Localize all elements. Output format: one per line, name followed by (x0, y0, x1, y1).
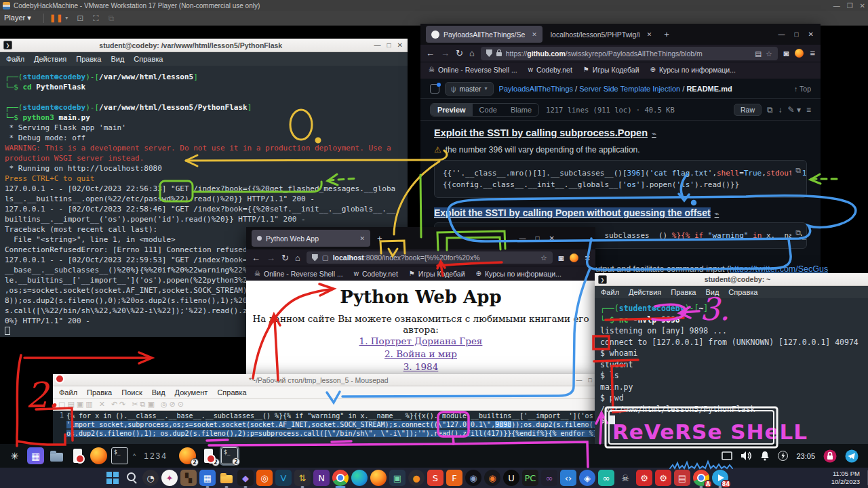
url-bar[interactable]: ▢ localhost:8080/index?book={%%20for%20x… (307, 251, 553, 264)
terminal-icon[interactable] (111, 447, 128, 464)
pocket-icon[interactable]: ◙ (784, 48, 789, 58)
menu-entry-item[interactable]: Справка (134, 55, 163, 63)
minimize-button[interactable]: — (374, 41, 381, 49)
send-keys-icon[interactable]: ⊡ (77, 14, 83, 23)
start-icon[interactable] (104, 470, 121, 486)
minimize-button[interactable]: — (519, 235, 526, 242)
mousepad-icon[interactable] (69, 447, 86, 464)
menu-entry-item[interactable]: Вид (705, 288, 719, 296)
menu-entry-item[interactable]: Действия (34, 55, 66, 63)
maximize-button[interactable]: □ (795, 30, 799, 38)
terminal-nc-output[interactable]: ┌──(student⊛codeby)-[~]└─$ nc -nvlp 9898… (595, 298, 868, 444)
new-tab-button[interactable]: + (373, 233, 387, 243)
tab-code[interactable]: Code (473, 104, 504, 116)
volume-icon[interactable] (741, 451, 752, 461)
edit-pencil-icon[interactable]: ✎ ▾ (788, 105, 801, 115)
toolbar-icons[interactable]: ▢▤▣▥ ✕ ↶↷ ✂⧉▣ ◎⊘⊙ (58, 400, 186, 409)
tab-python-web-app[interactable]: Python Web App ✕ (252, 230, 370, 247)
terminal-nc-titlebar[interactable]: ❯ student@codeby: ~ (595, 273, 868, 286)
vm-clock[interactable]: 23:05 (796, 452, 815, 460)
mousepad-titlebar[interactable]: *~/Рабочий стол/tmp_lesson_5 - Mousepad … (53, 374, 597, 386)
bm-item-item[interactable]: ⊕Курсы по информаци... (650, 66, 736, 74)
code-block-subprocess[interactable]: ⧉ {{''.__class__.mro()[1].__subclasses__… (434, 160, 807, 198)
maximize-button[interactable]: □ (589, 377, 592, 384)
lens-app-icon[interactable]: ◉ (465, 470, 481, 486)
pwa-link-item[interactable]: 1. Портрет Дориана Грея (246, 335, 595, 348)
file-explorer-icon[interactable] (218, 470, 235, 486)
pause-caret-icon[interactable]: ▾ (65, 15, 68, 21)
menu-entry-item[interactable]: Файл (601, 288, 619, 296)
back-icon[interactable]: ← (252, 253, 260, 263)
gauge-app-icon[interactable]: ◔ (142, 470, 159, 486)
edge-icon[interactable] (351, 470, 368, 486)
kali-logo-icon[interactable]: ✳ (6, 447, 23, 464)
file-manager-icon[interactable] (48, 447, 65, 464)
pocket-icon[interactable]: ◙ (559, 253, 564, 263)
firefox-icon[interactable] (90, 447, 107, 464)
calendar-icon[interactable]: ▦ (199, 470, 216, 486)
ssti-subprocess-heading[interactable]: Exploit the SSTI by calling subprocess.P… (434, 127, 807, 138)
toolbox-icon[interactable]: ▤ (674, 470, 690, 486)
anchor-link-icon[interactable]: ⌁ (652, 129, 656, 138)
tab-close-icon[interactable]: ✕ (647, 31, 652, 38)
sublime-icon[interactable]: S (427, 470, 443, 486)
hamburger-menu-icon[interactable]: ≡ (810, 48, 815, 58)
new-tab-button[interactable]: + (660, 29, 673, 39)
fl-studio-icon[interactable]: ● (408, 470, 425, 486)
telegram-icon[interactable]: 84 (712, 470, 728, 486)
maximize-button[interactable]: □ (387, 41, 391, 49)
back-to-top-link[interactable]: ↑ Top (794, 85, 811, 93)
reader-mode-icon[interactable]: ▤ (755, 49, 762, 58)
window-icon[interactable] (722, 451, 732, 460)
firefox-icon[interactable] (370, 470, 387, 486)
reload-icon[interactable]: ↻ (456, 48, 463, 58)
arrows-app-icon[interactable]: ⇅ (294, 470, 311, 486)
menu-entry-item[interactable]: Вид (111, 55, 124, 63)
bm-item-item[interactable]: ☠Online - Reverse Shell ... (254, 270, 343, 278)
hamburger-menu-icon[interactable]: ≡ (585, 253, 590, 263)
bm-item-item[interactable]: ⚑Игры Кодебай (583, 66, 639, 74)
home-icon[interactable]: ⌂ (295, 253, 300, 263)
orange-app-icon[interactable]: ◎ (256, 470, 273, 486)
player-menu-button[interactable]: Player ▾ (4, 14, 31, 22)
tracking-shield-icon[interactable] (486, 49, 492, 57)
bm-item-item[interactable]: ⚑Игры Кодебай (409, 270, 465, 278)
tab-close-icon[interactable]: ✕ (359, 235, 365, 242)
copy-raw-icon[interactable]: ⧉ (767, 105, 773, 115)
copy-code-icon[interactable]: ⧉ (791, 227, 801, 239)
tab-payloadsallthethings[interactable]: PayloadsAllTheThings/Se ✕ (426, 26, 542, 43)
lock-icon[interactable] (823, 449, 837, 463)
close-button[interactable]: ✕ (549, 235, 555, 242)
vmware-maximize-button[interactable]: ❐ (847, 2, 853, 9)
blender-icon[interactable]: ◉ (484, 470, 500, 486)
menu-entry-item[interactable]: Правка (76, 55, 101, 63)
menu-entry-dark-item[interactable]: Документ (175, 388, 208, 396)
vmware-minimize-button[interactable]: — (833, 2, 840, 9)
f-app-icon[interactable]: F (446, 470, 462, 486)
pin-app-icon[interactable]: ◈ (579, 470, 595, 486)
menu-entry-item[interactable]: Файл (6, 55, 24, 63)
onenote-icon[interactable]: N (313, 470, 330, 486)
anchor-link-icon[interactable]: ⌁ (715, 209, 719, 218)
pycharm-icon[interactable]: PC (522, 470, 538, 486)
menu-entry-dark-item[interactable]: Справка (217, 388, 246, 396)
bm-item-item[interactable]: wCodeby.net (528, 66, 572, 74)
raw-button[interactable]: Raw (734, 104, 762, 116)
pwa-link-item[interactable]: 3. 1984 (246, 361, 595, 373)
gear-red-1-icon[interactable]: ⚙ (636, 470, 652, 486)
minimize-button[interactable]: — (576, 377, 583, 384)
url-bar[interactable]: https://github.com/swisskyrepo/PayloadsA… (481, 47, 778, 60)
home-icon[interactable]: ⌂ (469, 48, 475, 58)
chrome-profile-icon[interactable]: A (693, 470, 709, 486)
terminal-window-icon[interactable]: 2 (221, 447, 238, 464)
virtualbox-icon[interactable]: V (275, 470, 292, 486)
copy-code-icon[interactable]: ⧉ (791, 165, 801, 176)
windows-clock[interactable]: 11:05 PM 10/2/2023 (831, 470, 860, 485)
skull-app-icon[interactable]: ☠ (617, 470, 633, 486)
vscode-icon[interactable]: ‹› (560, 470, 576, 486)
firefox-window-icon[interactable]: 2 (179, 447, 196, 464)
file-tree-icon[interactable] (430, 84, 439, 94)
pause-vm-button[interactable]: ❚❚ (50, 14, 63, 22)
menu-entry-dark-item[interactable]: Поиск (121, 388, 142, 396)
bookmark-star-icon[interactable]: ☆ (540, 253, 547, 262)
